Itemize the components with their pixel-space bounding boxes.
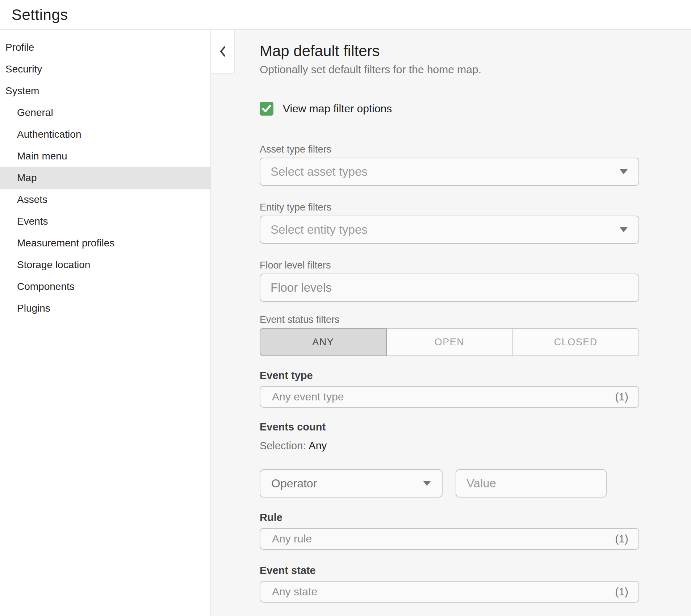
sidebar-item-map[interactable]: Map [0,167,210,189]
asset-type-placeholder: Select asset types [260,165,368,179]
events-count-heading: Events count [260,421,639,432]
collapse-panel-button[interactable] [211,30,235,74]
rule-select[interactable]: Any rule (1) [260,528,639,550]
sidebar: Profile Security System General Authenti… [0,30,211,616]
view-map-filter-options-label[interactable]: View map filter options [283,103,392,115]
events-count-selection: Selection:Any [260,440,639,451]
event-state-value: Any state [260,586,317,598]
status-open-button[interactable]: OPEN [387,329,512,355]
rule-value: Any rule [260,533,312,545]
sidebar-item-general[interactable]: General [0,102,210,124]
sidebar-item-plugins[interactable]: Plugins [0,297,210,319]
sidebar-item-label: Profile [5,42,34,53]
sidebar-item-system[interactable]: System [0,80,210,102]
asset-type-select[interactable]: Select asset types [260,158,639,186]
chevron-left-icon [219,46,226,57]
filters-form: Map default filters Optionally set defau… [260,42,639,603]
event-type-select[interactable]: Any event type (1) [260,386,639,408]
sidebar-item-label: Main menu [17,150,67,162]
event-type-count-badge: (1) [615,391,628,403]
event-type-value: Any event type [260,391,344,403]
event-state-select[interactable]: Any state (1) [260,581,639,603]
event-status-toggle: ANY OPEN CLOSED [260,328,639,356]
sidebar-item-label: Storage location [17,259,90,271]
page-title: Settings [12,6,68,24]
sidebar-item-storage-location[interactable]: Storage location [0,254,210,276]
sidebar-item-label: Events [17,216,48,227]
floor-levels-field [260,274,639,302]
sidebar-item-label: Components [17,281,75,292]
rule-heading: Rule [260,512,639,523]
view-map-filter-options-row: View map filter options [260,102,639,116]
sidebar-item-label: Measurement profiles [17,237,114,249]
panel-title: Map default filters [260,42,639,60]
status-any-button[interactable]: ANY [260,328,387,356]
panel-subtitle: Optionally set default filters for the h… [260,63,639,76]
sidebar-item-security[interactable]: Security [0,58,210,80]
app-header: Settings [0,0,691,30]
entity-type-placeholder: Select entity types [260,223,368,237]
sidebar-item-label: Map [17,172,37,184]
events-count-controls: Operator [260,469,639,498]
operator-placeholder: Operator [260,477,317,490]
sidebar-item-measurement-profiles[interactable]: Measurement profiles [0,232,210,254]
sidebar-item-authentication[interactable]: Authentication [0,124,210,145]
selection-label: Selection: [260,440,306,451]
operator-select[interactable]: Operator [260,469,443,498]
map-settings-panel: Map default filters Optionally set defau… [211,30,691,616]
settings-window: Settings Profile Security System General… [0,0,691,616]
dropdown-arrow-icon [620,227,628,232]
sidebar-item-profile[interactable]: Profile [0,37,210,58]
sidebar-item-assets[interactable]: Assets [0,189,210,211]
rule-count-badge: (1) [615,533,628,545]
dropdown-arrow-icon [620,169,628,174]
floor-levels-input[interactable] [260,274,638,301]
shell: Profile Security System General Authenti… [0,30,691,616]
sidebar-item-events[interactable]: Events [0,211,210,232]
selection-value: Any [309,440,327,451]
sidebar-item-label: General [17,107,53,118]
event-status-filters-label: Event status filters [260,315,639,325]
value-field [456,469,607,498]
asset-type-filters-label: Asset type filters [260,145,639,154]
sidebar-item-label: Assets [17,194,47,205]
status-closed-button[interactable]: CLOSED [512,329,638,355]
view-map-filter-options-checkbox[interactable] [260,102,273,116]
dropdown-arrow-icon [423,481,431,486]
entity-type-filters-label: Entity type filters [260,203,639,212]
sidebar-item-components[interactable]: Components [0,276,210,297]
sidebar-item-label: Security [5,63,42,75]
value-input[interactable] [456,470,606,497]
checkmark-icon [262,105,271,113]
sidebar-item-label: System [5,85,39,97]
entity-type-select[interactable]: Select entity types [260,216,639,244]
floor-level-filters-label: Floor level filters [260,261,639,270]
event-type-heading: Event type [260,370,639,381]
event-state-heading: Event state [260,565,639,576]
sidebar-item-label: Plugins [17,303,50,314]
event-state-count-badge: (1) [615,586,628,598]
sidebar-item-main-menu[interactable]: Main menu [0,145,210,167]
sidebar-item-label: Authentication [17,129,81,140]
